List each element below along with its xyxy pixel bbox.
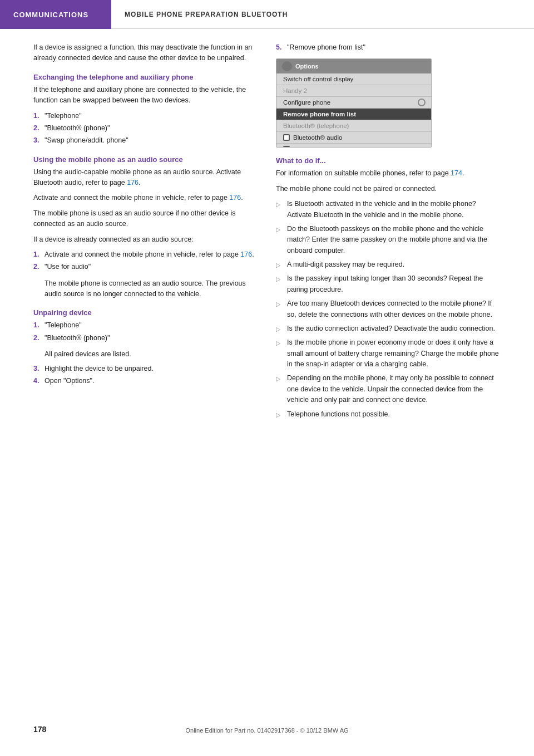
section2-body2: Activate and connect the mobile phone in…: [33, 193, 258, 203]
whattodo-bullets: ▷ Is Bluetooth activated in the vehicle …: [276, 199, 501, 420]
list-item: 3. Highlight the device to be unpaired.: [33, 364, 258, 374]
whattodo-body1: For information on suitable mobile phone…: [276, 168, 501, 179]
list-num: 1.: [33, 111, 41, 121]
link-174: 174: [451, 169, 462, 177]
menu-item-bluetooth-audio: Bluetooth® audio: [276, 132, 431, 144]
main-content: If a device is assigned a function, this…: [0, 42, 534, 424]
list-num: 3.: [33, 135, 41, 146]
right-column: 5. "Remove phone from list" Options Swit…: [276, 42, 501, 424]
comm-label-text: COMMUNICATIONS: [13, 11, 88, 19]
bullet-text: Is the audio connection activated? Deact…: [287, 323, 501, 334]
arrow-icon: ▷: [276, 274, 283, 284]
menu-item-handy: Handy 2: [276, 85, 431, 97]
list-num: 2.: [33, 262, 41, 272]
list-item: 1. "Telephone": [33, 111, 258, 121]
item5-list: 5. "Remove phone from list": [276, 42, 501, 53]
link-176b: 176: [229, 194, 241, 202]
bullet-item: ▷ Is the mobile phone in power economy m…: [276, 337, 501, 370]
arrow-icon: ▷: [276, 338, 283, 348]
arrow-icon: ▷: [276, 261, 283, 270]
intro-paragraph: If a device is assigned a function, this…: [33, 42, 258, 64]
link-176a: 176: [127, 179, 139, 186]
bullet-text: Are too many Bluetooth devices connected…: [287, 298, 501, 320]
list-text: "Bluetooth® (phone)": [44, 333, 258, 343]
section1-list: 1. "Telephone" 2. "Bluetooth® (phone)" 3…: [33, 111, 258, 146]
section3-heading: Unpairing device: [33, 308, 258, 317]
bullet-text: Depending on the mobile phone, it may on…: [287, 373, 501, 405]
list-text: Activate and connect the mobile phone in…: [44, 249, 258, 260]
section2-heading: Using the mobile phone as an audio sourc…: [33, 155, 258, 164]
bullet-item: ▷ Is the audio connection activated? Dea…: [276, 323, 501, 334]
section1-heading: Exchanging the telephone and auxiliary p…: [33, 73, 258, 81]
section2-body3: The mobile phone is used as an audio sou…: [33, 208, 258, 230]
list-num: 2.: [33, 333, 41, 343]
page-container: COMMUNICATIONS MOBILE PHONE PREPARATION …: [0, 0, 534, 756]
bullet-text: Is Bluetooth activated in the vehicle an…: [287, 199, 501, 220]
section2-body1: Using the audio-capable mobile phone as …: [33, 167, 258, 189]
menu-item-remove: Remove phone from list: [276, 109, 431, 120]
list-item: 2. "Use for audio": [33, 262, 258, 272]
menu-item-switch: Switch off control display: [276, 73, 431, 85]
bullet-item: ▷ Do the Bluetooth passkeys on the mobil…: [276, 224, 501, 256]
section2-list: 1. Activate and connect the mobile phone…: [33, 249, 258, 273]
menu-item-configure: Configure phone: [276, 97, 431, 109]
section1-body: If the telephone and auxiliary phone are…: [33, 85, 258, 106]
screenshot-titlebar: Options: [276, 59, 431, 73]
list-text: "Swap phone/addit. phone": [44, 135, 258, 146]
list-text: "Remove phone from list": [287, 42, 501, 53]
section2-body4: If a device is already connected as an a…: [33, 234, 258, 245]
header-bar: COMMUNICATIONS MOBILE PHONE PREPARATION …: [0, 0, 534, 29]
bullet-text: Do the Bluetooth passkeys on the mobile …: [287, 224, 501, 256]
section2-sub: The mobile phone is connected as an audi…: [44, 278, 258, 300]
bullet-item: ▷ Telephone functions not possible.: [276, 409, 501, 420]
menu-item-bluetooth-tel: Bluetooth® (telephone): [276, 120, 431, 132]
list-text: "Telephone": [44, 320, 258, 331]
list-item: 5. "Remove phone from list": [276, 42, 501, 53]
list-num: 1.: [33, 320, 41, 331]
bullet-text: Is the mobile phone in power economy mod…: [287, 337, 501, 370]
section3-sub: All paired devices are listed.: [44, 349, 258, 360]
arrow-icon: ▷: [276, 300, 283, 309]
list-num: 4.: [33, 376, 41, 386]
list-text: Highlight the device to be unpaired.: [44, 364, 258, 374]
arrow-icon: ▷: [276, 410, 283, 420]
bullet-text: Telephone functions not possible.: [287, 409, 501, 420]
list-item: 2. "Bluetooth® (phone)": [33, 123, 258, 134]
bullet-item: ▷ Are too many Bluetooth devices connect…: [276, 298, 501, 320]
list-text: Open "Options".: [44, 376, 258, 386]
whattodo-heading: What to do if...: [276, 156, 501, 165]
left-column: If a device is assigned a function, this…: [33, 42, 258, 424]
footer-center-text: Online Edition for Part no. 01402917368 …: [185, 727, 348, 734]
list-text: "Use for audio": [44, 262, 258, 272]
bullet-item: ▷ Is the passkey input taking longer tha…: [276, 273, 501, 295]
list-num: 3.: [33, 364, 41, 374]
section3-list: 1. "Telephone" 2. "Bluetooth® (phone)": [33, 320, 258, 343]
header-comm-label: COMMUNICATIONS: [0, 0, 111, 29]
arrow-icon: ▷: [276, 225, 283, 234]
link-176c: 176: [240, 251, 252, 258]
list-item: 3. "Swap phone/addit. phone": [33, 135, 258, 146]
bullet-item: ▷ Depending on the mobile phone, it may …: [276, 373, 501, 405]
screenshot-inner: Options Switch off control display Handy…: [276, 59, 431, 147]
menu-item-office: Office: [276, 144, 431, 148]
header-title-label: MOBILE PHONE PREPARATION BLUETOOTH: [111, 0, 534, 29]
list-num: 1.: [33, 249, 41, 260]
screenshot-box: Options Switch off control display Handy…: [276, 58, 432, 148]
list-item: 2. "Bluetooth® (phone)": [33, 333, 258, 343]
list-text: "Telephone": [44, 111, 258, 121]
bullet-text: A multi-digit passkey may be required.: [287, 259, 501, 270]
whattodo-body2: The mobile phone could not be paired or …: [276, 184, 501, 194]
section3-list2: 3. Highlight the device to be unpaired. …: [33, 364, 258, 387]
list-item: 4. Open "Options".: [33, 376, 258, 386]
list-text: "Bluetooth® (phone)": [44, 123, 258, 134]
list-num: 5.: [276, 42, 284, 53]
bullet-item: ▷ Is Bluetooth activated in the vehicle …: [276, 199, 501, 220]
bullet-item: ▷ A multi-digit passkey may be required.: [276, 259, 501, 270]
arrow-icon: ▷: [276, 374, 283, 384]
bullet-text: Is the passkey input taking longer than …: [287, 273, 501, 295]
list-num: 2.: [33, 123, 41, 134]
arrow-icon: ▷: [276, 200, 283, 209]
arrow-icon: ▷: [276, 325, 283, 334]
list-item: 1. "Telephone": [33, 320, 258, 331]
list-item: 1. Activate and connect the mobile phone…: [33, 249, 258, 260]
